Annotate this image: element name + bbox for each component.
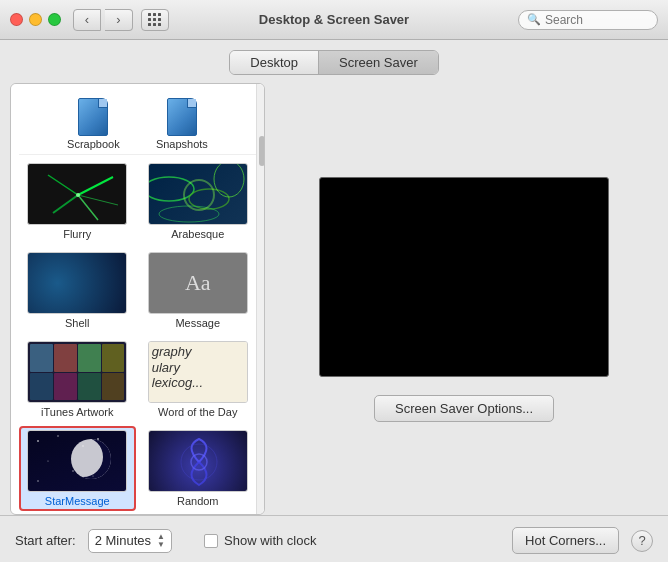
list-item[interactable]: Shell — [19, 248, 136, 333]
random-label: Random — [177, 495, 219, 507]
show-with-clock-label: Show with clock — [224, 533, 316, 548]
stepper-down-icon[interactable]: ▼ — [157, 541, 165, 549]
random-thumbnail — [148, 430, 248, 492]
svg-point-11 — [37, 440, 39, 442]
grid-icon — [148, 13, 162, 27]
segment-control: Desktop Screen Saver — [229, 50, 438, 75]
maximize-button[interactable] — [48, 13, 61, 26]
segment-row: Desktop Screen Saver — [0, 40, 668, 83]
scrapbook-item[interactable]: Scrapbook — [67, 98, 120, 150]
svg-point-6 — [149, 177, 194, 201]
back-button[interactable]: ‹ — [73, 9, 101, 31]
arabesque-thumbnail — [148, 163, 248, 225]
scrapbook-label: Scrapbook — [67, 138, 120, 150]
svg-line-3 — [53, 195, 78, 213]
preview-area — [319, 177, 609, 377]
svg-point-17 — [37, 480, 39, 482]
main-content: Scrapbook Snapshots — [0, 83, 668, 515]
bottom-bar: Start after: 2 Minutes ▲ ▼ Show with clo… — [0, 515, 668, 562]
search-box[interactable]: 🔍 — [518, 10, 658, 30]
start-after-dropdown[interactable]: 2 Minutes ▲ ▼ — [88, 529, 172, 553]
svg-point-12 — [57, 435, 59, 437]
help-button[interactable]: ? — [631, 530, 653, 552]
list-item[interactable]: graphyularylexicog... Word of the Day — [140, 337, 257, 422]
list-item[interactable]: iTunes Artwork — [19, 337, 136, 422]
snapshots-label: Snapshots — [156, 138, 208, 150]
title-bar: ‹ › Desktop & Screen Saver 🔍 — [0, 0, 668, 40]
search-input[interactable] — [545, 13, 649, 27]
show-with-clock-checkbox[interactable] — [204, 534, 218, 548]
svg-line-0 — [78, 177, 113, 195]
snapshots-icon — [167, 98, 197, 136]
close-button[interactable] — [10, 13, 23, 26]
flurry-thumbnail — [27, 163, 127, 225]
right-panel: Screen Saver Options... — [265, 83, 658, 515]
svg-line-1 — [48, 175, 78, 195]
wordofday-label: Word of the Day — [158, 406, 237, 418]
svg-point-18 — [93, 475, 94, 476]
list-item[interactable]: Arabesque — [140, 159, 257, 244]
list-item[interactable]: Aa Message — [140, 248, 257, 333]
shell-label: Shell — [65, 317, 89, 329]
svg-point-9 — [159, 206, 219, 222]
traffic-lights — [10, 13, 61, 26]
options-button[interactable]: Screen Saver Options... — [374, 395, 554, 422]
flurry-label: Flurry — [63, 228, 91, 240]
svg-point-5 — [76, 193, 80, 197]
starmessage-thumbnail — [27, 430, 127, 492]
tab-screen-saver[interactable]: Screen Saver — [319, 51, 438, 74]
svg-point-14 — [97, 438, 99, 440]
tab-desktop[interactable]: Desktop — [230, 51, 319, 74]
shell-thumbnail — [27, 252, 127, 314]
itunes-label: iTunes Artwork — [41, 406, 113, 418]
saver-grid: Flurry Arabesque — [19, 159, 256, 511]
top-icons-row: Scrapbook Snapshots — [19, 92, 256, 155]
scrapbook-icon — [78, 98, 108, 136]
grid-view-button[interactable] — [141, 9, 169, 31]
list-item[interactable]: Random — [140, 426, 257, 511]
show-with-clock-area: Show with clock — [204, 533, 316, 548]
start-after-value: 2 Minutes — [95, 533, 151, 548]
message-label: Message — [175, 317, 220, 329]
nav-buttons: ‹ › — [73, 9, 133, 31]
forward-button[interactable]: › — [105, 9, 133, 31]
list-item[interactable]: StarMessage — [19, 426, 136, 511]
window-title: Desktop & Screen Saver — [259, 12, 409, 27]
scrollbar-thumb[interactable] — [259, 136, 265, 166]
itunes-thumbnail — [27, 341, 127, 403]
minimize-button[interactable] — [29, 13, 42, 26]
svg-point-10 — [184, 180, 214, 210]
stepper-arrows[interactable]: ▲ ▼ — [157, 533, 165, 549]
wordofday-thumbnail: graphyularylexicog... — [148, 341, 248, 403]
svg-point-13 — [82, 445, 84, 447]
starmessage-label: StarMessage — [45, 495, 110, 507]
message-thumbnail: Aa — [148, 252, 248, 314]
svg-point-15 — [48, 460, 49, 461]
search-icon: 🔍 — [527, 13, 541, 26]
svg-point-16 — [72, 470, 74, 472]
list-item[interactable]: Flurry — [19, 159, 136, 244]
hot-corners-button[interactable]: Hot Corners... — [512, 527, 619, 554]
left-panel: Scrapbook Snapshots — [10, 83, 265, 515]
arabesque-label: Arabesque — [171, 228, 224, 240]
snapshots-item[interactable]: Snapshots — [156, 98, 208, 150]
scrollbar[interactable] — [256, 84, 264, 514]
start-after-label: Start after: — [15, 533, 76, 548]
svg-point-8 — [214, 164, 244, 197]
